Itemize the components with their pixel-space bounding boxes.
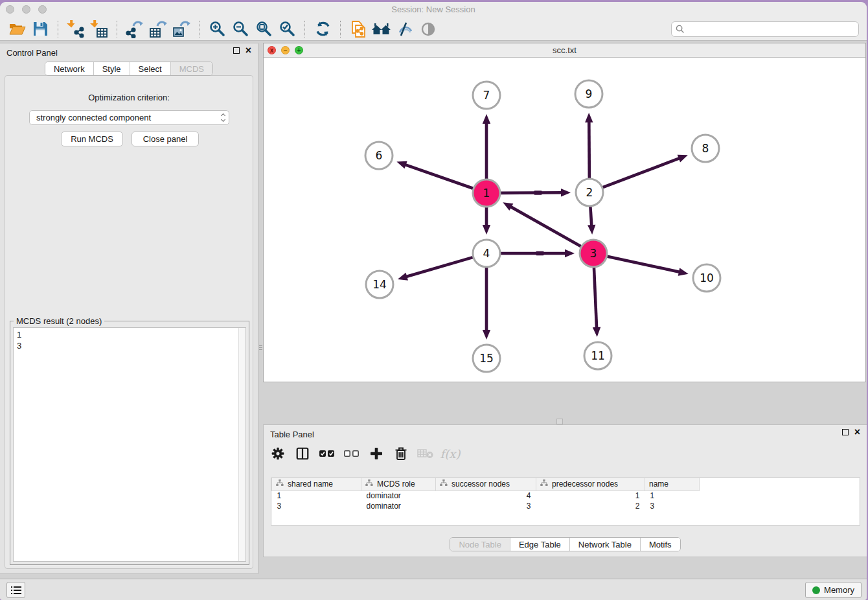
column-header-successor-nodes[interactable]: successor nodes [436,478,536,490]
graph-edge-2-3[interactable] [588,207,595,235]
hide-panels-button[interactable] [393,19,417,40]
table-tab-node-table[interactable]: Node Table [450,538,510,551]
graph-edge-3-10[interactable] [607,257,688,276]
graph-edge-4-14[interactable] [398,257,473,281]
mcds-result-title: MCDS result (2 nodes) [14,316,104,326]
table-cell[interactable]: dominator [361,490,436,501]
close-table-panel-icon[interactable]: × [854,428,860,436]
show-panels-button[interactable] [417,19,440,40]
export-image-button[interactable] [170,19,193,40]
table-row[interactable]: 3dominator323 [272,501,700,511]
select-all-button[interactable] [318,444,336,463]
edge-label-mark [536,251,544,255]
search-field[interactable] [671,21,859,37]
graph-edge-1-6[interactable] [396,161,473,189]
table-cell[interactable]: 3 [272,501,361,511]
gear-button[interactable] [269,444,287,463]
graph-edge-3-11[interactable] [593,268,600,337]
table-cell[interactable]: 3 [436,501,536,511]
deselect-all-button[interactable] [343,444,361,463]
graph-node-2[interactable]: 2 [576,179,603,206]
graph-node-14[interactable]: 14 [366,271,393,298]
columns-button[interactable] [293,444,312,463]
table-cell[interactable]: 2 [536,501,645,511]
memory-button[interactable]: Memory [805,582,862,598]
graph-edge-4-15[interactable] [483,268,490,340]
graph-edge-2-8[interactable] [603,155,688,187]
close-panel-button[interactable]: Close panel [131,132,199,146]
table-cell[interactable]: 1 [272,490,361,501]
table-cell[interactable]: 1 [645,490,700,501]
duplicate-network-button[interactable] [347,19,370,40]
table-cell[interactable]: 3 [645,501,700,511]
import-table-button[interactable] [87,19,111,40]
tab-mcds[interactable]: MCDS [170,62,212,75]
home-layout-button[interactable] [370,19,393,40]
table-cell[interactable]: dominator [361,501,436,511]
table-tabs: Node TableEdge TableNetwork TableMotifs [450,537,680,551]
export-table-button[interactable] [146,19,170,40]
vertical-splitter-handle[interactable] [258,341,263,353]
table-tab-edge-table[interactable]: Edge Table [510,538,569,551]
graph-edge-1-7[interactable] [483,114,490,179]
function-icon: f(x) [440,447,461,461]
task-history-button[interactable] [6,582,25,598]
app-window: Session: New Session Control Panel × Net… [0,2,867,600]
graph-node-10[interactable]: 10 [693,264,720,292]
graph-edge-3-1[interactable] [503,202,581,246]
graph-node-6[interactable]: 6 [365,142,393,169]
delete-row-button[interactable] [392,444,410,463]
horizontal-splitter-handle[interactable] [556,419,563,424]
graph-node-3[interactable]: 3 [580,240,607,267]
graph-node-7[interactable]: 7 [473,82,500,109]
zoom-selected-button[interactable] [275,19,299,40]
tab-select[interactable]: Select [130,62,170,75]
toolbar-separator [199,21,200,38]
run-mcds-button[interactable]: Run MCDS [61,132,123,146]
zoom-out-button[interactable] [229,19,252,40]
shared-column-icon [540,479,548,489]
graph-node-9[interactable]: 9 [575,80,602,108]
tab-style[interactable]: Style [93,62,130,75]
graph-edge-4-3[interactable] [501,249,575,257]
table-tab-motifs[interactable]: Motifs [640,538,680,551]
add-row-button[interactable] [367,444,385,463]
graph-edge-1-4[interactable] [483,207,490,235]
graph-node-label: 2 [586,186,593,199]
toolbar-separator [117,21,117,38]
control-panel-tabs: NetworkStyleSelectMCDS [45,62,213,76]
table-tab-network-table[interactable]: Network Table [569,538,640,551]
column-header-name[interactable]: name [645,478,700,490]
column-header-predecessor-nodes[interactable]: predecessor nodes [536,478,645,490]
main-area: Control Panel × NetworkStyleSelectMCDS O… [0,41,867,579]
mcds-result-area[interactable]: 1 3 [13,327,246,562]
graph-edge-1-2[interactable] [501,189,571,196]
graph-node-8[interactable]: 8 [692,135,719,162]
export-network-button[interactable] [123,19,146,40]
import-network-button[interactable] [64,19,87,40]
float-panel-icon[interactable] [233,47,240,54]
graph-node-11[interactable]: 11 [584,342,611,369]
graph-node-4[interactable]: 4 [473,240,500,267]
column-header-mcds-role[interactable]: MCDS role [361,478,436,490]
open-session-button[interactable] [5,19,29,40]
table-row[interactable]: 1dominator411 [272,490,700,501]
search-input[interactable] [685,24,854,34]
zoom-fit-button[interactable] [252,19,275,40]
close-panel-icon[interactable]: × [246,47,251,54]
criterion-dropdown[interactable]: strongly connected component [29,110,229,125]
refresh-view-button[interactable] [311,19,334,40]
float-table-panel-icon[interactable] [842,429,849,435]
graph-node-1[interactable]: 1 [473,179,500,207]
graph-edge-2-9[interactable] [585,113,593,178]
graph-node-15[interactable]: 15 [473,345,500,372]
zoom-in-button[interactable] [205,19,229,40]
result-scrollbar[interactable] [238,328,246,561]
tab-network[interactable]: Network [45,62,93,75]
save-session-button[interactable] [29,19,52,40]
main-titlebar: Session: New Session [0,2,867,17]
table-cell[interactable]: 4 [436,490,536,501]
table-cell[interactable]: 1 [536,490,645,501]
column-header-shared-name[interactable]: shared name [272,478,361,490]
network-canvas[interactable]: 7968124314101511 [264,58,865,382]
